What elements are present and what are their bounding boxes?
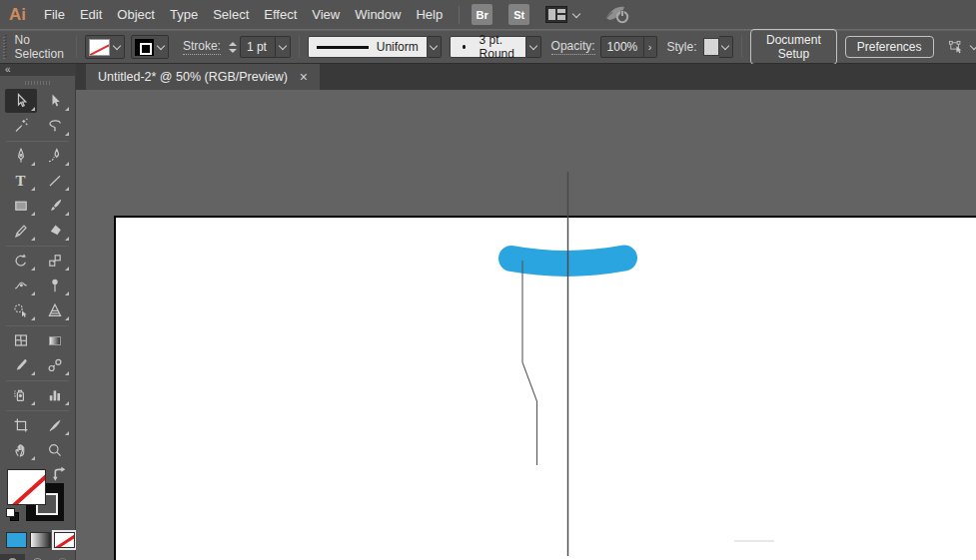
bridge-button[interactable]: Br: [472, 4, 492, 25]
shaper-tool-icon[interactable]: [5, 219, 37, 243]
bent-line-path[interactable]: [522, 261, 537, 465]
brush-definition-dropdown[interactable]: [526, 36, 540, 58]
width-tool-icon[interactable]: [5, 274, 37, 297]
blend-tool-icon[interactable]: [39, 353, 71, 377]
control-bar: No Selection Stroke: 1 pt Uniform 3 pt. …: [0, 31, 976, 64]
menu-file[interactable]: File: [44, 5, 65, 24]
swap-fill-stroke-icon[interactable]: [52, 466, 68, 482]
draw-inside-button[interactable]: [50, 554, 75, 560]
workspace-chevron-down-icon[interactable]: [572, 11, 580, 19]
puppet-warp-tool-icon[interactable]: [39, 274, 71, 297]
menu-type[interactable]: Type: [170, 5, 198, 24]
default-fill-stroke-icon[interactable]: [6, 508, 20, 522]
fill-chevron-down-icon[interactable]: [113, 43, 121, 51]
fill-color-control[interactable]: [85, 35, 125, 59]
menu-object[interactable]: Object: [117, 5, 155, 24]
stroke-weight-label[interactable]: Stroke:: [183, 39, 221, 55]
menu-items: File Edit Object Type Select Effect View…: [44, 5, 443, 24]
stroke-black-swatch[interactable]: [135, 39, 154, 56]
stroke-weight-stepper[interactable]: [229, 42, 236, 53]
draw-behind-button[interactable]: [25, 554, 50, 560]
column-graph-tool-icon[interactable]: [39, 383, 71, 407]
menu-effect[interactable]: Effect: [264, 5, 297, 24]
document-tab-title: Untitled-2* @ 50% (RGB/Preview): [98, 70, 288, 84]
rectangle-tool-icon[interactable]: [5, 194, 37, 218]
opacity-input[interactable]: 100%: [600, 36, 644, 58]
mesh-tool-icon[interactable]: [5, 328, 37, 352]
selection-status: No Selection: [15, 33, 64, 61]
perspective-grid-tool-icon[interactable]: [39, 298, 71, 322]
faint-smudge: [734, 540, 774, 542]
curvature-tool-icon[interactable]: [39, 144, 71, 168]
separator: [741, 36, 742, 58]
tools-panel: T: [0, 76, 76, 560]
fill-none-swatch[interactable]: [89, 39, 110, 56]
drawing-mode-buttons: [0, 554, 75, 560]
color-button[interactable]: [6, 532, 27, 548]
tool-separator: [6, 325, 69, 326]
menu-select[interactable]: Select: [213, 5, 249, 24]
menubar-separator: [459, 6, 460, 24]
artwork-layer: [76, 90, 976, 560]
eyedropper-tool-icon[interactable]: [5, 353, 37, 377]
preferences-button[interactable]: Preferences: [845, 36, 934, 58]
none-button[interactable]: [54, 532, 75, 548]
fill-indicator-swatch-none[interactable]: [7, 469, 46, 505]
brush-definition-select[interactable]: 3 pt. Round: [450, 36, 526, 58]
shape-builder-tool-icon[interactable]: [5, 298, 37, 322]
gpu-performance-rocket-icon[interactable]: [602, 4, 632, 26]
gradient-button[interactable]: [30, 532, 51, 548]
rotate-tool-icon[interactable]: [5, 249, 37, 273]
stroke-weight-dropdown[interactable]: [276, 36, 290, 58]
stock-button[interactable]: St: [508, 4, 529, 25]
line-segment-tool-icon[interactable]: [39, 169, 71, 193]
menu-view[interactable]: View: [312, 5, 340, 24]
stroke-color-control[interactable]: [131, 35, 169, 59]
graphic-style-swatch[interactable]: [703, 38, 719, 56]
style-dropdown[interactable]: [719, 36, 733, 58]
gradient-tool-icon[interactable]: [39, 328, 71, 352]
eraser-tool-icon[interactable]: [39, 219, 71, 243]
select-similar-chevron-down-icon[interactable]: [970, 43, 976, 51]
selection-tool-icon[interactable]: [5, 89, 37, 113]
opacity-more-button[interactable]: ›: [644, 36, 657, 58]
symbol-sprayer-tool-icon[interactable]: [5, 383, 37, 407]
document-tab[interactable]: Untitled-2* @ 50% (RGB/Preview) ×: [86, 64, 320, 90]
toolbar-collapse-icon[interactable]: «: [5, 64, 10, 75]
zoom-tool-icon[interactable]: [39, 438, 71, 462]
toolbar-dock-header[interactable]: «: [0, 64, 76, 76]
canvas-area[interactable]: [76, 90, 976, 560]
menu-help[interactable]: Help: [416, 5, 443, 24]
magic-wand-tool-icon[interactable]: [5, 114, 37, 138]
hand-tool-icon[interactable]: [5, 438, 37, 462]
type-tool-icon[interactable]: T: [5, 169, 37, 193]
pen-tool-icon[interactable]: [5, 144, 37, 168]
select-similar-options-icon[interactable]: [948, 37, 965, 57]
scale-tool-icon[interactable]: [39, 249, 71, 273]
lasso-tool-icon[interactable]: [39, 114, 71, 138]
direct-selection-tool-icon[interactable]: [39, 89, 71, 113]
tab-close-icon[interactable]: ×: [300, 71, 308, 83]
draw-normal-button[interactable]: [0, 554, 25, 560]
slice-tool-icon[interactable]: [39, 413, 71, 437]
separator: [76, 36, 77, 58]
stroke-chevron-down-icon[interactable]: [157, 43, 165, 51]
tool-separator: [6, 380, 69, 381]
brush-definition-value: 3 pt. Round: [480, 33, 518, 61]
illustrator-logo: Ai: [9, 5, 26, 25]
brush-preview-dot: [463, 45, 465, 49]
document-setup-button[interactable]: Document Setup: [750, 29, 837, 65]
opacity-label[interactable]: Opacity:: [551, 39, 595, 55]
menu-window[interactable]: Window: [355, 5, 401, 24]
tools-panel-grip[interactable]: [25, 81, 51, 85]
artboard-tool-icon[interactable]: [5, 413, 37, 437]
variable-width-profile-select[interactable]: Uniform: [308, 36, 428, 58]
color-mode-buttons: [6, 532, 75, 548]
workspace-switcher-icon[interactable]: [545, 6, 567, 23]
document-tab-bar: Untitled-2* @ 50% (RGB/Preview) ×: [76, 64, 976, 90]
paintbrush-tool-icon[interactable]: [39, 194, 71, 218]
menu-edit[interactable]: Edit: [80, 5, 102, 24]
controlbar-grip[interactable]: [3, 35, 7, 59]
stroke-weight-input[interactable]: 1 pt: [240, 36, 277, 58]
width-profile-dropdown[interactable]: [428, 36, 442, 58]
